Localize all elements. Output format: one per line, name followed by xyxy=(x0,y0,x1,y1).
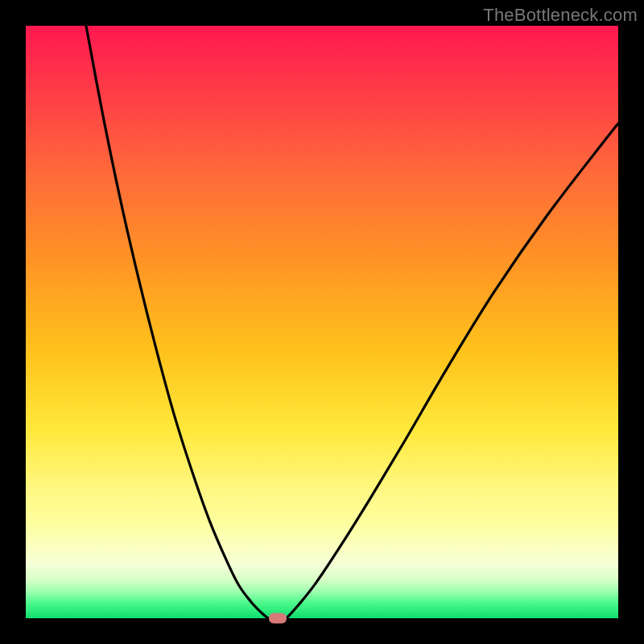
left-branch-path xyxy=(85,20,269,618)
curve-svg xyxy=(26,26,618,618)
plot-area xyxy=(26,26,618,618)
watermark-text: TheBottleneck.com xyxy=(483,5,638,26)
right-branch-path xyxy=(287,123,618,618)
flat-bottom-marker xyxy=(269,613,287,624)
chart-frame: TheBottleneck.com xyxy=(0,0,644,644)
